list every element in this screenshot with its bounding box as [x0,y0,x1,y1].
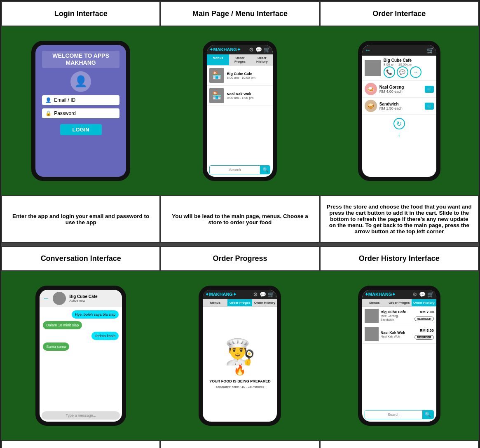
chef-illustration: 👨‍🍳 [225,340,255,364]
progress-tab-order-history[interactable]: Order History [252,299,277,306]
history-name-nasikakwok: Nasi Kak Wok [381,331,412,335]
reorder-button-bigcube[interactable]: REORDER [414,317,434,321]
tab-order-progress[interactable]: Order Proges [229,54,251,65]
history-gear-icon[interactable]: ⚙ [412,291,417,298]
add-cart-sandwich[interactable]: 🛒 [425,103,434,110]
order-store-info: Big Cube Cafe 8:00 am - 10:00 pm 📞 💬 → [384,58,434,78]
share-button[interactable]: → [410,66,421,78]
desc-progress: To check your order progress, press the … [160,440,319,448]
history-nav-tabs: Menus Order Proges Order History [362,299,436,307]
conversation-content-cell: ← Big Cube Cafe Active now Hye, boleh sa… [1,271,160,440]
conversation-phone: ← Big Cube Cafe Active now Hye, boleh sa… [35,286,126,426]
history-desc-nasikakwok: Nasi Kak Wok [381,335,412,338]
add-cart-nasi-goreng[interactable]: 🛒 [425,86,434,93]
main-search-bar[interactable]: 🔍 [209,165,270,174]
store-hours-bigcube: 8:00 am - 10:00 pm [227,76,270,80]
progress-status-text: YOUR FOOD IS BEING PREPARED [209,379,270,383]
progress-topbar: ✦MAKHANG✦ ⚙ 💬 🛒 [203,290,277,299]
progress-cart-icon[interactable]: 🛒 [268,291,274,298]
history-right-nasikakwok: RM 5.00 REORDER [414,328,434,340]
login-content-cell: WELCOME TO APPS MAKHANG 👤 👤 Email / ID 🔒… [1,26,160,195]
history-screen: ✦MAKHANG✦ ⚙ 💬 🛒 Menus Order Proges Order… [362,290,436,422]
progress-nav-tabs: Menus Order Proges Order History [203,299,277,307]
message-2: Dalam 10 minit siap [43,321,82,329]
avatar-icon: 👤 [70,71,91,92]
history-tab-order-progress[interactable]: Order Proges [387,299,412,306]
history-cart-icon[interactable]: 🛒 [427,291,434,298]
main-phone: ✦MAKHANG✦ ⚙ 💬 🛒 Menus Order Proges Order… [203,41,277,181]
history-info-bigcube: Big Cube Cafe Mee Goreng, Sandwich [381,310,412,321]
history-search-button[interactable]: 🔍 [422,410,433,419]
order-store-actions: 📞 💬 → [384,66,434,78]
history-thumb-bigcube [365,309,379,323]
message-4: Sama sama [43,342,69,351]
order-topbar: ← 🛒 [362,45,436,56]
store-item-bigcube[interactable]: 🏪 Big Cube Cafe 8:00 am - 10:00 pm [207,66,273,86]
food-item-sandwich[interactable]: 🥪 Sandwich RM 1.50 each 🛒 [362,98,436,115]
tab-order-history[interactable]: Order History [251,54,273,65]
conv-store-info: Big Cube Cafe Active now [69,294,97,303]
progress-gear-icon[interactable]: ⚙ [253,291,258,298]
main-search-input[interactable] [210,166,260,174]
history-search-input[interactable] [365,410,422,419]
back-arrow-icon[interactable]: ← [365,47,371,54]
cart-icon[interactable]: 🛒 [264,47,270,53]
store-name-bigcube: Big Cube Cafe [227,72,270,76]
progress-tab-order-progress[interactable]: Order Proges [227,299,252,306]
main-search-button[interactable]: 🔍 [260,166,270,174]
history-right-bigcube: RM 7.00 REORDER [414,310,434,321]
history-chat-icon[interactable]: 💬 [419,291,426,298]
conv-active-status: Active now [69,299,97,303]
gear-icon[interactable]: ⚙ [249,47,254,53]
reorder-button-nasikakwok[interactable]: REORDER [414,335,434,340]
down-arrow-icon: ↓ [398,131,400,138]
main-screen: ✦MAKHANG✦ ⚙ 💬 🛒 Menus Order Proges Order… [207,45,273,177]
history-search-bar[interactable]: 🔍 [365,410,434,419]
store-thumb-bigcube: 🏪 [209,68,224,83]
chat-icon[interactable]: 💬 [255,47,262,53]
order-cart-icon[interactable]: 🛒 [427,47,434,54]
password-field[interactable]: 🔒 Password [42,108,119,118]
conv-back-arrow[interactable]: ← [43,295,49,302]
app-name-label: ✦MAKHANG✦ [209,47,240,52]
progress-content-cell: ✦MAKHANG✦ ⚙ 💬 🛒 Menus Order Proges Order… [160,271,319,440]
history-desc-bigcube: Mee Goreng, Sandwich [381,314,412,321]
progress-phone: ✦MAKHANG✦ ⚙ 💬 🛒 Menus Order Proges Order… [199,286,281,426]
progress-chat-icon[interactable]: 💬 [260,291,266,298]
store-item-nasikakwok[interactable]: 🏪 Nasi Kak Wok 8:00 am - 1:00 pm [207,86,273,106]
history-info-nasikakwok: Nasi Kak Wok Nasi Kak Wok [381,331,412,338]
order-store-hours: 8:00 am - 10:00 pm [384,63,434,66]
history-name-bigcube: Big Cube Cafe [381,310,412,314]
history-item-nasikakwok[interactable]: Nasi Kak Wok Nasi Kak Wok RM 5.00 REORDE… [362,325,436,344]
history-content-cell: ✦MAKHANG✦ ⚙ 💬 🛒 Menus Order Proges Order… [320,271,479,440]
chat-button[interactable]: 💬 [397,66,408,78]
header-order: Order Interface [320,1,479,26]
section-divider [1,243,479,246]
lock-icon: 🔒 [45,110,52,116]
refresh-icon[interactable]: ↻ [393,118,405,129]
conversation-screen: ← Big Cube Cafe Active now Hye, boleh sa… [40,290,122,422]
main-content-cell: ✦MAKHANG✦ ⚙ 💬 🛒 Menus Order Proges Order… [160,26,319,195]
header-main: Main Page / Menu Interface [160,1,319,26]
food-name-nasi-goreng: Nasi Goreng [379,85,422,89]
history-tab-menus[interactable]: Menus [362,299,387,306]
progress-topbar-icons: ⚙ 💬 🛒 [253,291,274,298]
history-tab-order-history[interactable]: Order History [412,299,436,306]
login-welcome-text: WELCOME TO APPS MAKHANG [42,51,119,68]
login-button[interactable]: LOGIN [60,124,102,135]
order-content-cell: ← 🛒 Big Cube Cafe 8:00 am - 10:00 pm 📞 💬… [320,26,479,195]
fire-icon: 🔥 [234,364,246,376]
tab-menus[interactable]: Menus [207,54,229,65]
food-item-nasi-goreng[interactable]: 🍛 Nasi Goreng RM 4.00 each 🛒 [362,81,436,98]
conversation-topbar: ← Big Cube Cafe Active now [40,290,122,307]
message-input[interactable]: Type a message... [42,411,120,420]
history-topbar-icons: ⚙ 💬 🛒 [412,291,434,298]
history-item-bigcube[interactable]: Big Cube Cafe Mee Goreng, Sandwich RM 7.… [362,307,436,325]
password-label: Password [54,110,76,116]
login-screen: WELCOME TO APPS MAKHANG 👤 👤 Email / ID 🔒… [35,45,126,177]
order-screen: ← 🛒 Big Cube Cafe 8:00 am - 10:00 pm 📞 💬… [362,45,436,177]
progress-tab-menus[interactable]: Menus [203,299,227,306]
food-info-sandwich: Sandwich RM 1.50 each [379,102,422,110]
email-field[interactable]: 👤 Email / ID [42,95,119,105]
call-button[interactable]: 📞 [384,66,395,78]
